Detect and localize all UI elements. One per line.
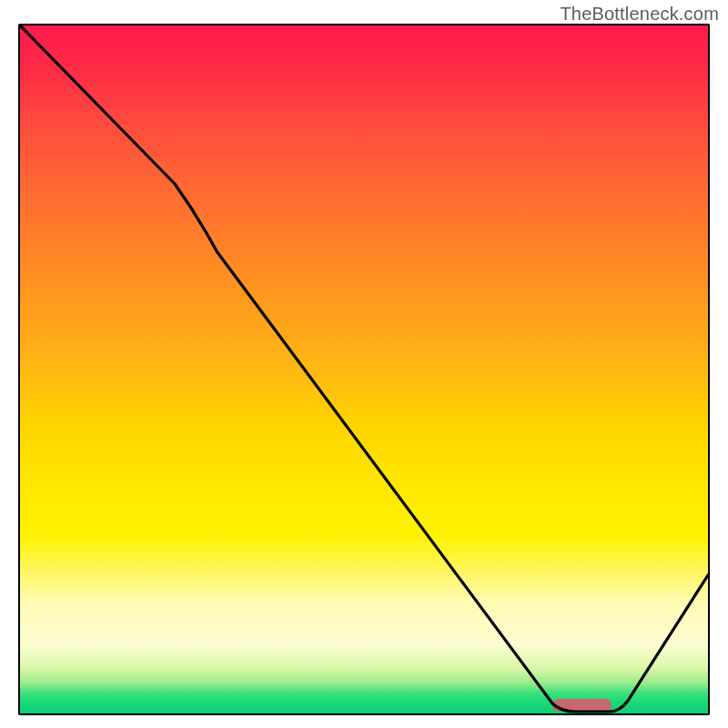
bottleneck-curve: [20, 25, 708, 713]
curve-path: [20, 25, 708, 712]
chart-plot-area: [18, 24, 710, 715]
watermark-label: TheBottleneck.com: [560, 4, 719, 25]
chart-container: TheBottleneck.com: [0, 0, 728, 728]
